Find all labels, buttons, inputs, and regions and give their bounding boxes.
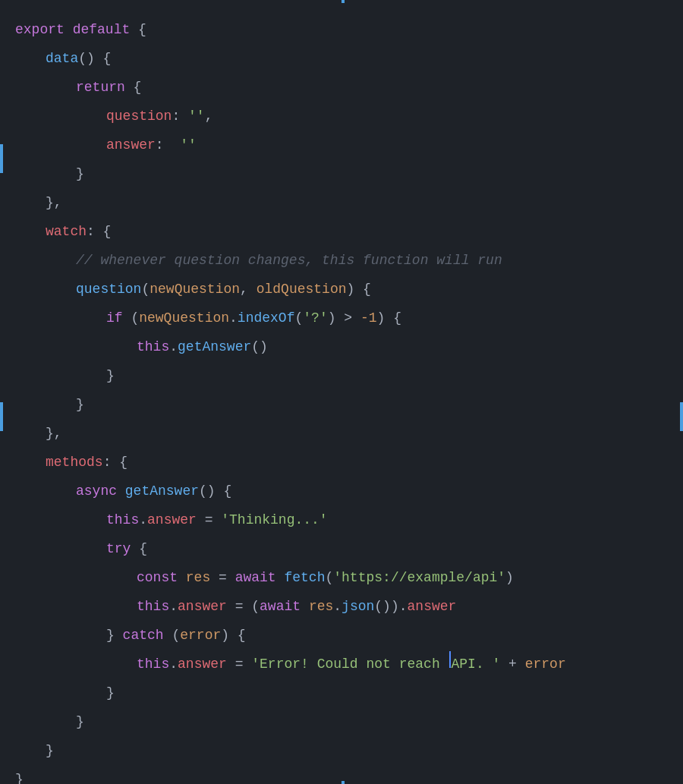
token-punct: ) [505, 563, 514, 592]
token-keyword: const [137, 563, 186, 592]
token-keyword: async [76, 477, 125, 505]
token-punct: ( [164, 621, 181, 650]
token-orange: newQuestion [139, 304, 229, 332]
token-comment: // whenever question changes, this funct… [76, 246, 502, 275]
token-orange: res [186, 563, 210, 592]
token-punct: ( [141, 275, 150, 304]
token-punct: () [251, 332, 268, 361]
token-punct: ( [325, 563, 333, 592]
gutter-marker-top [342, 0, 345, 3]
token-number: -1 [360, 304, 377, 332]
token-punct: } [106, 361, 115, 390]
token-punct: } [76, 707, 84, 736]
code-line: if (newQuestion.indexOf('?') > -1) { [0, 304, 683, 332]
code-line: async getAnswer() { [0, 477, 683, 505]
code-line: } [0, 361, 683, 390]
token-func: json [342, 592, 374, 621]
token-keyword: export [15, 15, 73, 44]
gutter-marker-bottom [342, 781, 345, 784]
token-func: data [46, 44, 78, 73]
token-punct: } [106, 679, 115, 707]
token-punct: { [130, 15, 146, 44]
token-punct: ) { [347, 275, 371, 304]
token-punct: ( [294, 304, 303, 332]
code-line: return { [0, 73, 683, 102]
token-orange: oldQuestion [257, 275, 347, 304]
gutter-marker-right [680, 402, 683, 431]
token-property: watch [46, 217, 87, 246]
token-punct: : [156, 131, 180, 159]
token-punct: , [240, 275, 257, 304]
token-property: answer [178, 592, 227, 621]
token-keyword: this [106, 505, 139, 534]
token-orange: error [525, 650, 566, 679]
token-punct: } [106, 621, 123, 650]
token-keyword: try [106, 534, 131, 563]
token-punct: { [131, 534, 147, 563]
token-string: API. ' [452, 650, 501, 679]
token-punct: . [169, 650, 178, 679]
token-punct: { [125, 73, 142, 102]
code-editor: export default {data() {return {question… [0, 0, 683, 784]
token-punct: = [197, 505, 221, 534]
token-punct: : { [87, 217, 111, 246]
code-line: methods: { [0, 448, 683, 477]
token-keyword: this [137, 592, 169, 621]
token-keyword: default [73, 15, 131, 44]
token-func: getAnswer [125, 477, 199, 505]
token-punct: = [227, 650, 251, 679]
code-line: }, [0, 188, 683, 217]
token-punct: . [169, 332, 178, 361]
token-punct: ( [123, 304, 140, 332]
token-keyword: this [137, 332, 169, 361]
token-keyword: if [106, 304, 123, 332]
code-line: question(newQuestion, oldQuestion) { [0, 275, 683, 304]
token-func: getAnswer [178, 332, 251, 361]
token-punct: } [15, 765, 24, 784]
token-punct: }, [46, 419, 62, 448]
code-line: this.answer = 'Thinking...' [0, 505, 683, 534]
token-punct: ) { [221, 621, 245, 650]
gutter-marker-left-top [0, 144, 3, 173]
token-string: '' [188, 102, 205, 131]
token-func: fetch [284, 563, 325, 592]
token-property: answer [106, 131, 156, 159]
code-line: question: '', [0, 102, 683, 131]
token-punct: . [169, 592, 178, 621]
token-func: indexOf [238, 304, 295, 332]
token-string: '' [180, 131, 197, 159]
token-orange: error [180, 621, 221, 650]
token-punct: () { [199, 477, 231, 505]
token-punct: + [500, 650, 524, 679]
token-punct: . [139, 505, 147, 534]
token-keyword: return [76, 73, 125, 102]
code-line: this.answer = (await res.json()).answer [0, 592, 683, 621]
code-line: } [0, 390, 683, 419]
code-line: watch: { [0, 217, 683, 246]
code-line: this.getAnswer() [0, 332, 683, 361]
token-punct: : { [103, 448, 127, 477]
token-property: answer [178, 650, 227, 679]
text-cursor [449, 651, 451, 668]
token-keyword: this [137, 650, 169, 679]
code-line: // whenever question changes, this funct… [0, 246, 683, 275]
token-string: 'Error! Could not reach [251, 650, 448, 679]
code-line: } [0, 159, 683, 188]
token-punct: ) > [328, 304, 360, 332]
code-line: data() { [0, 44, 683, 73]
token-property: methods [46, 448, 103, 477]
code-line: }, [0, 419, 683, 448]
token-orange: res [309, 592, 333, 621]
token-punct: () { [78, 44, 111, 73]
code-line: try { [0, 534, 683, 563]
token-punct: : [172, 102, 188, 131]
token-string: '?' [303, 304, 327, 332]
code-line: } [0, 707, 683, 736]
token-punct: = [210, 563, 234, 592]
token-property: answer [408, 592, 457, 621]
token-punct: , [205, 102, 213, 131]
token-punct: ) { [377, 304, 401, 332]
token-punct: } [76, 159, 84, 188]
code-line: } [0, 736, 683, 765]
token-property: question [106, 102, 172, 131]
